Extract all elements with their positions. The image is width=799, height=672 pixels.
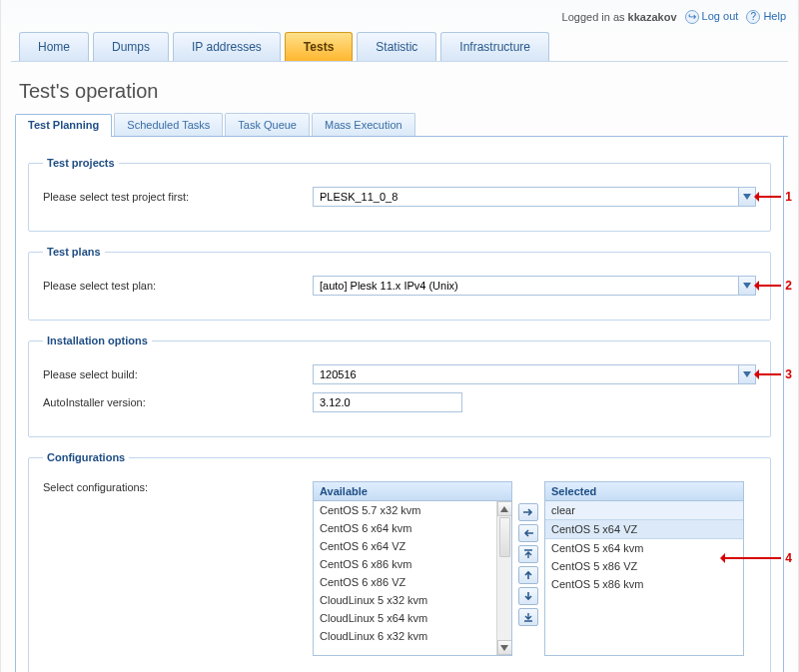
list-item[interactable]: CentOS 5 x86 VZ: [545, 557, 743, 575]
list-item[interactable]: CentOS 6 x64 kvm: [314, 519, 495, 537]
clear-item[interactable]: clear: [545, 501, 743, 519]
add-button[interactable]: [518, 503, 538, 521]
build-select-input[interactable]: [314, 365, 738, 383]
section-test-projects: Test projects Please select test project…: [28, 157, 771, 232]
move-top-button[interactable]: [518, 545, 538, 563]
list-item[interactable]: CentOS 5 x86 kvm: [545, 575, 743, 593]
nav-dumps[interactable]: Dumps: [93, 32, 169, 61]
tab-test-planning[interactable]: Test Planning: [15, 114, 112, 137]
list-item[interactable]: CentOS 6 x86 kvm: [314, 555, 495, 573]
scroll-up-icon[interactable]: [497, 501, 512, 516]
help-icon: ?: [746, 10, 760, 24]
build-label: Please select build:: [43, 368, 303, 380]
logout-link[interactable]: ↪ Log out: [685, 10, 739, 24]
selected-items[interactable]: clearCentOS 5 x64 VZCentOS 5 x64 kvmCent…: [545, 501, 743, 655]
chevron-down-icon[interactable]: [738, 188, 755, 206]
available-header: Available: [314, 482, 511, 501]
chevron-down-icon[interactable]: [738, 365, 755, 383]
move-down-button[interactable]: [518, 587, 538, 605]
section-legend: Installation options: [43, 335, 152, 346]
configurations-label: Select configurations:: [43, 481, 303, 493]
annotation-1: 1: [785, 190, 792, 204]
scroll-down-icon[interactable]: [497, 640, 512, 655]
annotation-3: 3: [785, 367, 792, 381]
username: kkazakov: [628, 11, 677, 23]
selected-list: Selected clearCentOS 5 x64 VZCentOS 5 x6…: [544, 481, 744, 656]
list-item[interactable]: CentOS 5.7 x32 kvm: [314, 501, 495, 519]
list-item[interactable]: CentOS 5 x64 kvm: [545, 539, 743, 557]
nav-tests[interactable]: Tests: [285, 32, 353, 61]
help-link[interactable]: ? Help: [746, 10, 786, 24]
section-legend: Configurations: [43, 451, 129, 463]
tab-scheduled-tasks[interactable]: Scheduled Tasks: [114, 113, 223, 136]
list-item[interactable]: CloudLinux 6 x32 kvm: [314, 627, 495, 645]
mover-buttons: [518, 481, 538, 656]
available-items[interactable]: CentOS 5.7 x32 kvmCentOS 6 x64 kvmCentOS…: [314, 501, 511, 655]
main-nav: HomeDumpsIP addressesTestsStatisticInfra…: [11, 32, 788, 62]
nav-ip-addresses[interactable]: IP addresses: [173, 32, 281, 61]
remove-button[interactable]: [518, 524, 538, 542]
section-installation-options: Installation options Please select build…: [28, 335, 771, 437]
move-up-button[interactable]: [518, 566, 538, 584]
section-test-plans: Test plans Please select test plan: 2: [28, 246, 771, 321]
logout-icon: ↪: [685, 10, 699, 24]
project-select-input[interactable]: [314, 188, 738, 206]
page-title: Test's operation: [19, 80, 780, 103]
available-list: Available CentOS 5.7 x32 kvmCentOS 6 x64…: [313, 481, 512, 656]
annotation-2: 2: [785, 279, 792, 293]
list-item[interactable]: CloudLinux 5 x32 kvm: [314, 591, 495, 609]
top-bar: Logged in as kkazakov ↪ Log out ? Help: [11, 6, 788, 32]
nav-infrastructure[interactable]: Infrastructure: [440, 32, 549, 61]
tab-mass-execution[interactable]: Mass Execution: [312, 113, 415, 136]
project-label: Please select test project first:: [43, 191, 303, 203]
project-select[interactable]: [313, 187, 756, 207]
autoinstaller-label: AutoInstaller version:: [43, 396, 303, 408]
chevron-down-icon[interactable]: [738, 277, 755, 295]
nav-statistic[interactable]: Statistic: [357, 32, 436, 61]
logged-in-label: Logged in as kkazakov: [562, 11, 677, 23]
list-item[interactable]: CloudLinux 5 x64 kvm: [314, 609, 495, 627]
list-item[interactable]: CentOS 6 x64 VZ: [314, 537, 495, 555]
content-panel: Test projects Please select test project…: [15, 137, 784, 672]
plan-select-input[interactable]: [314, 277, 738, 295]
plan-select[interactable]: [313, 276, 756, 296]
build-select[interactable]: [313, 364, 756, 384]
selected-header: Selected: [545, 482, 743, 501]
plan-label: Please select test plan:: [43, 280, 303, 292]
scroll-thumb[interactable]: [499, 517, 510, 557]
move-bottom-button[interactable]: [518, 608, 538, 626]
section-legend: Test projects: [43, 157, 119, 169]
section-legend: Test plans: [43, 246, 105, 258]
section-configurations: Configurations Select configurations: Av…: [28, 451, 771, 672]
sub-tabs: Test PlanningScheduled TasksTask QueueMa…: [15, 113, 788, 137]
tab-task-queue[interactable]: Task Queue: [225, 113, 310, 136]
list-item[interactable]: CentOS 6 x86 VZ: [314, 573, 495, 591]
annotation-4: 4: [785, 551, 792, 565]
nav-home[interactable]: Home: [19, 32, 89, 61]
autoinstaller-input[interactable]: [313, 392, 462, 412]
list-item[interactable]: CentOS 5 x64 VZ: [545, 519, 743, 539]
